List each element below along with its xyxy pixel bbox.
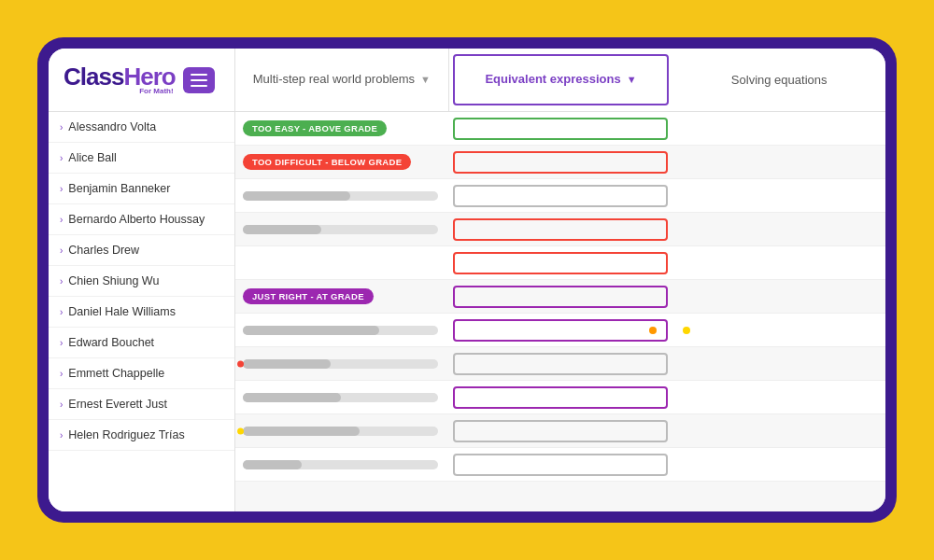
cell-col1 (235, 356, 446, 372)
cell-col2 (446, 315, 675, 345)
student-name: Daniel Hale Williams (68, 305, 176, 318)
dot-red-indicator (237, 360, 244, 367)
progress-bar (243, 460, 438, 469)
progress-outlined (453, 218, 668, 241)
cell-col2 (446, 215, 675, 245)
cell-col2 (446, 383, 675, 413)
chevron-right-icon: › (60, 307, 63, 317)
cell-col3 (675, 461, 885, 469)
tab-equivalent-expressions[interactable]: Equivalent expressions ▼ (453, 54, 670, 105)
student-name: Helen Rodriguez Trías (68, 428, 184, 441)
student-item[interactable]: › Charles Drew (49, 235, 234, 266)
chevron-right-icon: › (60, 430, 63, 441)
tab-multi-step-chevron: ▼ (420, 73, 431, 86)
student-item[interactable]: › Helen Rodriguez Trías (49, 420, 234, 451)
logo: ClassHero For Math! (64, 64, 176, 95)
logo-area: ClassHero For Math! (49, 49, 235, 111)
dot-orange-indicator (649, 327, 657, 334)
cell-col1: TOO EASY - ABOVE GRADE (235, 117, 446, 140)
cell-col2 (446, 147, 675, 177)
progress-outlined (453, 151, 668, 174)
outer-frame: ClassHero For Math! Multi-step real worl… (37, 37, 897, 523)
progress-outlined (453, 185, 668, 207)
cell-col1 (235, 389, 446, 406)
cell-col1 (235, 322, 446, 339)
cell-col2 (446, 248, 675, 278)
student-name: Chien Shiung Wu (68, 274, 159, 287)
table-row (235, 246, 885, 280)
table-row: JUST RIGHT - AT GRADE (235, 280, 885, 314)
cell-col3 (675, 259, 885, 267)
progress-fill (243, 427, 360, 436)
cell-col1 (235, 423, 446, 440)
tab-equivalent-chevron: ▼ (627, 73, 637, 86)
chevron-right-icon: › (60, 122, 63, 133)
chevron-right-icon: › (60, 245, 63, 256)
cell-col2 (446, 114, 675, 144)
progress-fill (243, 191, 350, 201)
chevron-right-icon: › (60, 215, 63, 225)
student-item[interactable]: › Bernardo Alberto Houssay (49, 204, 234, 235)
student-name: Bernardo Alberto Houssay (68, 213, 205, 226)
student-item[interactable]: › Alessandro Volta (49, 112, 234, 143)
chevron-right-icon: › (60, 276, 63, 287)
progress-bar (243, 393, 438, 402)
cell-col3 (675, 360, 885, 368)
progress-bar (243, 326, 438, 335)
student-name: Emmett Chappelle (68, 367, 164, 380)
progress-bar (243, 359, 438, 369)
table-row (235, 314, 885, 347)
progress-outlined (453, 286, 668, 308)
table-row (235, 347, 885, 381)
student-item[interactable]: › Ernest Everett Just (49, 389, 234, 420)
table-row: TOO EASY - ABOVE GRADE (235, 112, 885, 146)
tab-solving-equations[interactable]: Solving equations (672, 49, 885, 111)
cell-col1: JUST RIGHT - AT GRADE (235, 285, 446, 308)
table-row (235, 381, 885, 414)
chevron-right-icon: › (60, 399, 63, 410)
cell-col1: TOO DIFFICULT - BELOW GRADE (235, 150, 446, 174)
menu-icon-line2 (191, 79, 207, 81)
student-item[interactable]: › Emmett Chappelle (49, 358, 234, 389)
cell-col3 (675, 427, 885, 435)
menu-button[interactable] (183, 67, 215, 93)
header: ClassHero For Math! Multi-step real worl… (49, 49, 885, 112)
tab-multi-step[interactable]: Multi-step real world problems ▼ (235, 49, 449, 111)
table-row (235, 213, 885, 246)
cell-col2 (446, 450, 675, 480)
main-content: › Alessandro Volta › Alice Ball › Benjam… (49, 112, 885, 511)
tab-area: Multi-step real world problems ▼ Equival… (235, 49, 885, 111)
dot-yellow-indicator (683, 327, 690, 334)
cell-col3 (675, 323, 885, 338)
student-item[interactable]: › Daniel Hale Williams (49, 297, 234, 328)
progress-outlined (453, 353, 668, 375)
cell-col2 (446, 181, 675, 211)
progress-outlined (453, 420, 668, 442)
student-name: Alice Ball (68, 151, 116, 164)
cell-col1 (235, 259, 446, 267)
progress-outlined (453, 118, 668, 140)
menu-icon-line3 (191, 85, 207, 87)
table-row: TOO DIFFICULT - BELOW GRADE (235, 146, 885, 179)
cell-col1 (235, 221, 446, 238)
student-item[interactable]: › Edward Bouchet (49, 328, 234, 358)
student-item[interactable]: › Alice Ball (49, 143, 234, 174)
progress-fill (243, 359, 331, 369)
cell-col1 (235, 188, 446, 204)
progress-fill (243, 393, 341, 402)
progress-fill (243, 225, 321, 234)
student-item[interactable]: › Chien Shiung Wu (49, 266, 234, 297)
too-easy-badge: TOO EASY - ABOVE GRADE (243, 120, 387, 136)
just-right-badge: JUST RIGHT - AT GRADE (243, 288, 374, 304)
progress-outlined (453, 386, 668, 409)
cell-col2 (446, 416, 675, 446)
menu-icon-line1 (191, 74, 207, 76)
dot-yellow-indicator (237, 427, 244, 434)
student-name: Alessandro Volta (68, 120, 156, 133)
cell-col3 (675, 394, 885, 401)
cell-col3 (675, 159, 885, 166)
student-item[interactable]: › Benjamin Banneker (49, 174, 234, 204)
progress-bar (243, 427, 438, 436)
progress-fill (243, 326, 379, 335)
inner-card: ClassHero For Math! Multi-step real worl… (49, 49, 885, 511)
